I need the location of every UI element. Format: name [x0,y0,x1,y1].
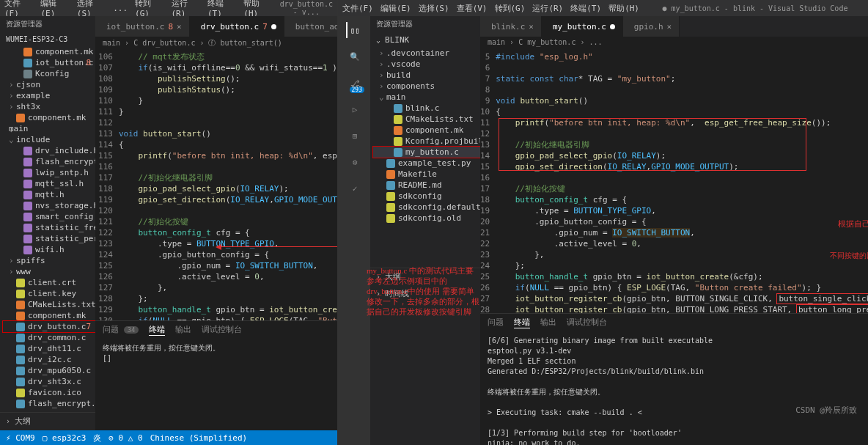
statusbar-left[interactable]: ⚡ COM9 ▢ esp32c3 炎 ⊘ 0 △ 0 Chinese (Simp… [0,430,337,445]
editor-tabs-right[interactable]: blink.c×my_button.cgpio.h× [480,16,868,37]
tree-item[interactable]: drv_i2c.c [3,354,95,365]
terminal-tab[interactable]: 输出 [540,317,556,328]
timeline-section[interactable]: › 时间线 [370,285,480,302]
code-editor-left[interactable]: 1061071081091101111121131141151161171181… [95,51,337,320]
tree-item[interactable]: component.mk [3,310,95,321]
run-icon[interactable]: ▷ [346,101,362,117]
tree-item[interactable]: sdkconfig.old [373,213,480,224]
tree-item[interactable]: CMakeLists.txt [373,114,480,125]
annotation-arrow [220,246,337,247]
tree-item[interactable]: .devcontainer [373,48,480,59]
terminal-left[interactable]: 问题 34终端输出调试控制台 终端将被任务重用，按任意键关闭。[] [95,320,337,430]
tree-item[interactable]: mqtt.h [3,189,95,200]
tree-item[interactable]: cjson [3,79,95,90]
tree-item[interactable]: flash_encrypt.c [3,398,95,409]
tree-item[interactable]: iot_button.c8 [3,57,95,68]
scm-icon[interactable]: ⎇ [346,75,362,91]
editor-tabs-left[interactable]: iot_button.c8×drv_button.c7button_adc.c7… [95,16,337,37]
explorer-title-right: 资源管理器 [370,16,480,32]
tree-item[interactable]: component.mk [3,46,95,57]
outline-section[interactable]: › 大纲 [0,412,95,430]
com-port[interactable]: ⚡ COM9 [6,433,35,443]
editor-tab[interactable]: drv_button.c7 [190,16,284,37]
terminal-tab[interactable]: 调试控制台 [567,317,607,328]
activity-bar[interactable]: ▯▯ 🔍 ⎇ ▷ ⊞ ⚙ ✓ [338,16,370,445]
tree-item[interactable]: example_test.py [373,158,480,169]
terminal-tab[interactable]: 问题 34 [103,324,139,336]
terminal-right[interactable]: 问题终端输出调试控制台 [6/6] Generating binary imag… [480,313,868,445]
window-title-left: drv_button.c - v... [280,0,333,16]
testing-icon[interactable]: ✓ [346,180,362,196]
tree-item[interactable]: my_button.c [373,147,480,158]
search-icon[interactable]: 🔍 [346,48,362,65]
tree-item[interactable]: drv_dht11.c [3,343,95,354]
editor-tab[interactable]: gpio.h× [623,16,680,37]
tree-item[interactable]: sdkconfig.defaults [373,202,480,213]
menubar-left[interactable]: 文件(F)编辑(E)选择(S)...转到(G)运行(R)终端(T)帮助(H) d… [0,0,337,16]
tree-item[interactable]: drv_common.c [3,332,95,343]
tree-item[interactable]: statistic_perfmon.h [3,233,95,244]
sidebar-left[interactable]: 资源管理器 WUMEI-ESP32-C3 component.mkiot_but… [0,16,95,430]
tree-item[interactable]: main [373,92,480,103]
terminal-tab[interactable]: 调试控制台 [202,324,242,336]
tree-item[interactable]: mqtt_ssl.h [3,178,95,189]
esp-icon[interactable]: ⚙ [346,154,362,170]
tree-item[interactable]: client.key [3,288,95,299]
tree-item[interactable]: nvs_storage.h [3,200,95,211]
editor-tab[interactable]: my_button.c [542,16,623,37]
tree-item[interactable]: lwip_sntp.h [3,167,95,178]
tree-item[interactable]: sdkconfig [373,191,480,202]
tree-item[interactable]: drv_sht3x.c [3,376,95,387]
tree-item[interactable]: component.mk [373,125,480,136]
terminal-tab[interactable]: 终端 [149,324,165,336]
editor-tab[interactable]: blink.c× [480,16,542,37]
project-name-right: ⌄ BLINK [370,32,480,48]
menubar-right[interactable]: 文件(F)编辑(E)选择(S)查看(V)转到(G)运行(R)终端(T)帮助(H)… [338,0,868,16]
terminal-tab[interactable]: 终端 [514,317,530,328]
editor-tab[interactable]: button_adc.c7× [284,16,337,37]
tree-item[interactable]: example [3,90,95,101]
tree-item[interactable]: components [373,81,480,92]
tree-item[interactable]: blink.c [373,103,480,114]
target-chip[interactable]: ▢ esp32c3 [43,433,87,443]
tree-item[interactable]: drv_mpu6050.c [3,365,95,376]
tree-item[interactable]: .vscode [373,59,480,70]
project-name: WUMEI-ESP32-C3 [0,32,95,46]
tree-item[interactable]: drv_button.c7 [3,321,95,332]
terminal-tab[interactable]: 问题 [488,317,504,328]
window-title-right: ● my_button.c - blink - Visual Studio Co… [647,4,864,12]
explorer-title: 资源管理器 [0,16,95,32]
editor-tab[interactable]: iot_button.c8× [95,16,190,37]
tree-item[interactable]: README.md [373,180,480,191]
tree-item[interactable]: drv_include.h [3,145,95,156]
breadcrumb-right[interactable]: main › C my_button.c › ... [480,37,868,51]
tree-item[interactable]: statistic_free_rtos.h [3,222,95,233]
tree-item[interactable]: smart_config.h [3,211,95,222]
tree-item[interactable]: Kconfig [3,68,95,79]
tree-item[interactable]: favicon.ico [3,387,95,398]
tree-item[interactable]: Kconfig.projbuild [373,136,480,147]
outline-section-r[interactable]: › 大纲 [370,268,480,285]
tree-item[interactable]: www [3,266,95,277]
code-editor-right[interactable]: 5678910111213141516171819202122232425262… [480,51,868,313]
extensions-icon[interactable]: ⊞ [346,128,362,144]
tree-item[interactable]: client.crt [3,277,95,288]
tree-item[interactable]: sht3x [3,101,95,112]
breadcrumb-left[interactable]: main › C drv_button.c › ⓕ button_start() [95,37,337,51]
tree-item[interactable]: Makefile [373,169,480,180]
tree-item[interactable]: component.mk [3,112,95,123]
tree-item[interactable]: CMakeLists.txt [3,299,95,310]
tree-item[interactable]: include [3,134,95,145]
tree-item[interactable]: spiffs [3,255,95,266]
tree-item[interactable]: flash_encrypt.h [3,156,95,167]
tree-item[interactable]: wifi.h [3,244,95,255]
explorer-icon[interactable]: ▯▯ [346,22,362,38]
watermark: CSDN @羚辰所致 [795,405,857,416]
tree-item[interactable]: main [3,123,95,134]
sidebar-right[interactable]: 资源管理器 ⌄ BLINK .devcontainer.vscodebuildc… [370,16,480,445]
terminal-tab[interactable]: 输出 [175,324,191,336]
tree-item[interactable]: build [373,70,480,81]
